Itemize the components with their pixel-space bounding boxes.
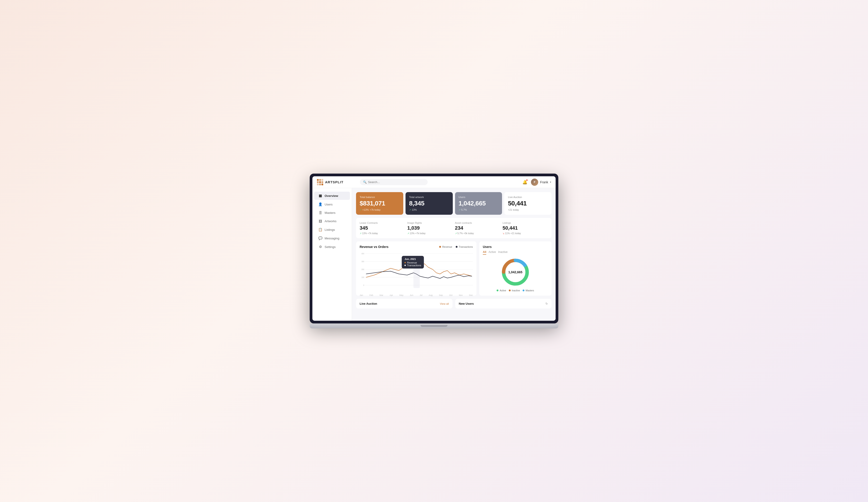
notification-bell[interactable]: 🔔 bbox=[523, 180, 527, 185]
stat-card-artwork: Total artwork 8,345 ↗ 13% bbox=[405, 192, 453, 215]
chart-area: Jun, 2021 Revenue Transactions bbox=[360, 251, 473, 292]
main-layout: ▦ Overview 👤 Users 🗄 Masters 🖼 Artworks bbox=[312, 188, 556, 321]
stat-card-auction: Live Auction 50,441 +21 today bbox=[504, 192, 551, 215]
user-name: Frank bbox=[540, 180, 548, 184]
donut-center-value: 1,042,665 bbox=[508, 270, 523, 274]
artwork-value: 8,345 bbox=[409, 200, 449, 207]
stat-card-users: Users 1,042,665 ↗ 5.7% bbox=[455, 192, 502, 215]
donut-legend: Active Inactive Masters bbox=[483, 289, 548, 292]
sidebar-label-listings: Listings bbox=[324, 228, 335, 231]
tab-inactive[interactable]: Inactive bbox=[498, 250, 507, 255]
sec-stat-listings: Listings 50,441 ↘ 11% +21 today bbox=[503, 221, 548, 234]
view-all-link[interactable]: View all bbox=[440, 302, 449, 305]
chart-card: Revenue vs Orders Revenue Transactions bbox=[356, 241, 476, 296]
image-sub: ↗ 13% +7k today bbox=[407, 232, 453, 234]
search-bar[interactable]: 🔍 bbox=[360, 179, 428, 185]
listings-icon: 📋 bbox=[318, 228, 322, 232]
image-label: Image Rights bbox=[407, 221, 453, 224]
laptop-screen: ARTSPLIT 🔍 🔔 F Frank ▾ bbox=[310, 174, 558, 323]
auction-sub: +21 today bbox=[508, 208, 548, 211]
users-widget-title: Users bbox=[483, 245, 492, 249]
new-users-header: New Users ↻ bbox=[459, 302, 548, 305]
sidebar-label-users: Users bbox=[324, 203, 332, 206]
transactions-dot bbox=[456, 246, 457, 248]
notification-badge bbox=[526, 179, 528, 181]
screen-inner: ARTSPLIT 🔍 🔔 F Frank ▾ bbox=[312, 176, 556, 321]
sec-stat-lease: Lease Contracts 345 ↗ 13% +7k today bbox=[360, 221, 405, 234]
live-auction-header: Live Auction View all bbox=[360, 302, 449, 305]
sidebar-item-masters[interactable]: 🗄 Masters bbox=[314, 209, 350, 217]
sidebar-item-settings[interactable]: ⚙ Settings bbox=[314, 243, 350, 251]
stat-cards-row: Total balance $831,071 ↗ +13% +7k today … bbox=[356, 192, 551, 215]
legend-revenue: Revenue bbox=[439, 245, 452, 248]
chart-legend: Revenue Transactions bbox=[439, 245, 473, 248]
legend-transactions-label: Transactions bbox=[459, 245, 473, 248]
sec-stat-asset: Asset contracts 234 ↗ 5.7% +5k today bbox=[455, 221, 500, 234]
listings-stat-label: Listings bbox=[503, 221, 548, 224]
svg-text:300: 300 bbox=[361, 260, 364, 263]
chart-header: Revenue vs Orders Revenue Transactions bbox=[360, 245, 473, 249]
image-value: 1,039 bbox=[407, 225, 453, 231]
active-dot bbox=[497, 290, 498, 291]
svg-text:200: 200 bbox=[361, 268, 364, 271]
users-sub: ↗ 5.7% bbox=[459, 208, 499, 211]
bottom-sections: Live Auction View all New Users ↻ bbox=[356, 299, 551, 308]
users-icon: 👤 bbox=[318, 202, 322, 206]
users-tabs: All Active Inactive bbox=[483, 250, 548, 255]
lease-sub: ↗ 13% +7k today bbox=[360, 232, 405, 234]
svg-text:100: 100 bbox=[361, 276, 364, 279]
listings-stat-sub: ↘ 11% +21 today bbox=[503, 232, 548, 234]
auction-value: 50,441 bbox=[508, 200, 548, 207]
masters-dot bbox=[523, 290, 524, 291]
stat-card-balance: Total balance $831,071 ↗ +13% +7k today bbox=[356, 192, 403, 215]
chart-x-labels: Jan Feb Mar Apr May Jun Jul Aug Sep Oc bbox=[360, 293, 473, 296]
sidebar-label-artworks: Artworks bbox=[324, 219, 337, 223]
sidebar-item-messaging[interactable]: 💬 Messaging bbox=[314, 234, 350, 242]
user-menu[interactable]: F Frank ▾ bbox=[531, 179, 551, 186]
search-icon: 🔍 bbox=[363, 180, 366, 184]
logo-area: ARTSPLIT bbox=[317, 179, 355, 185]
top-right: 🔔 F Frank ▾ bbox=[523, 179, 551, 186]
live-auction-section: Live Auction View all bbox=[356, 299, 453, 308]
svg-text:400: 400 bbox=[361, 252, 364, 255]
legend-masters: Masters bbox=[523, 289, 534, 292]
legend-active: Active bbox=[497, 289, 506, 292]
artwork-sub: ↗ 13% bbox=[409, 208, 449, 211]
asset-sub: ↗ 5.7% +5k today bbox=[455, 232, 500, 234]
sidebar-item-overview[interactable]: ▦ Overview bbox=[314, 192, 350, 200]
sidebar-label-messaging: Messaging bbox=[324, 237, 339, 240]
users-label: Users bbox=[459, 196, 499, 198]
search-input[interactable] bbox=[368, 180, 424, 184]
asset-label: Asset contracts bbox=[455, 221, 500, 224]
chart-highlight bbox=[413, 261, 420, 288]
sidebar-item-listings[interactable]: 📋 Listings bbox=[314, 226, 350, 234]
balance-label: Total balance bbox=[360, 196, 400, 198]
balance-sub: ↗ +13% +7k today bbox=[360, 208, 400, 211]
tab-all[interactable]: All bbox=[483, 250, 486, 255]
sidebar-item-users[interactable]: 👤 Users bbox=[314, 200, 350, 208]
app-name: ARTSPLIT bbox=[325, 180, 343, 184]
laptop-notch bbox=[421, 325, 447, 327]
masters-icon: 🗄 bbox=[318, 211, 322, 215]
new-users-title: New Users bbox=[459, 302, 474, 305]
refresh-icon[interactable]: ↻ bbox=[546, 302, 548, 305]
logo-icon bbox=[317, 179, 323, 185]
users-card: Users All Active Inactive bbox=[479, 241, 551, 296]
sidebar-item-artworks[interactable]: 🖼 Artworks bbox=[314, 217, 350, 225]
secondary-stats: Lease Contracts 345 ↗ 13% +7k today Imag… bbox=[356, 218, 551, 238]
avatar: F bbox=[531, 179, 538, 186]
artwork-label: Total artwork bbox=[409, 196, 449, 198]
masters-label: Masters bbox=[526, 289, 534, 292]
sidebar: ▦ Overview 👤 Users 🗄 Masters 🖼 Artworks bbox=[312, 188, 352, 321]
donut-chart-wrap: 1,042,665 bbox=[483, 258, 548, 287]
grid-icon: ▦ bbox=[318, 194, 322, 198]
lease-value: 345 bbox=[360, 225, 405, 231]
inactive-label: Inactive bbox=[512, 289, 520, 292]
dashboard: Total balance $831,071 ↗ +13% +7k today … bbox=[352, 188, 556, 321]
asset-value: 234 bbox=[455, 225, 500, 231]
inactive-dot bbox=[509, 290, 510, 291]
tab-active[interactable]: Active bbox=[488, 250, 496, 255]
sidebar-label-settings: Settings bbox=[324, 245, 336, 249]
arrow-up-icon: ↗ bbox=[360, 209, 361, 211]
chart-title: Revenue vs Orders bbox=[360, 245, 389, 249]
